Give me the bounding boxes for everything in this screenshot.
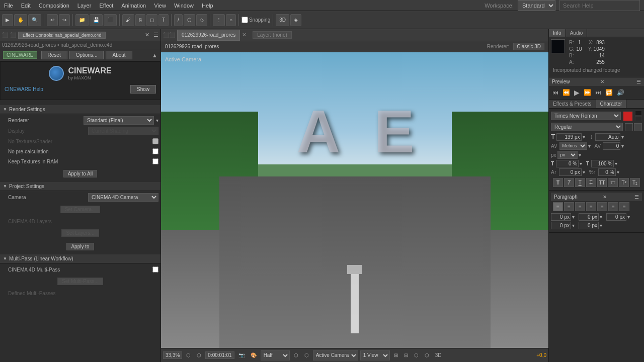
audio-tab[interactable]: Audio [566,29,588,37]
color-fill[interactable] [635,116,642,121]
typo-underline[interactable]: T [575,178,585,187]
effects-presets-tab[interactable]: Effects & Presets [549,100,596,108]
indent-first-arrow[interactable]: ▾ [627,214,630,220]
align-left[interactable]: ≡ [553,202,563,211]
baseline-arrow[interactable]: ▾ [583,169,585,175]
style-color2[interactable] [634,123,642,131]
search-input[interactable] [559,0,640,11]
indent-right[interactable]: 0 px [579,213,599,221]
apply-to-all-button[interactable]: Apply to All [63,170,97,177]
vp-guides[interactable]: ⊟ [402,352,410,358]
paragraph-menu[interactable]: ☰ [634,194,639,200]
space-after-arrow[interactable]: ▾ [600,223,602,228]
menu-layer[interactable]: Layer [73,2,96,10]
px-arrow[interactable]: ▾ [579,152,581,158]
about-button[interactable]: About [106,51,132,59]
view-select[interactable]: 1 View 2 Views 4 Views [360,350,390,360]
scale-h-display[interactable]: 0 % [556,160,579,167]
vp-snapshot[interactable]: ⬡ [195,352,203,358]
space-before-arrow[interactable]: ▾ [572,223,575,228]
no-precalc-checkbox[interactable] [152,148,158,154]
renderer-dropdown[interactable]: ▾ [156,118,158,123]
align-center[interactable]: ≡ [564,202,574,211]
menu-effect[interactable]: Effect [95,2,117,10]
vp-camera[interactable]: 📷 [236,352,247,358]
typo-bold[interactable]: T [553,178,563,187]
reset-button[interactable]: Reset [41,51,67,59]
tool-zoom[interactable]: 🔍 [28,14,41,26]
indent-left-arrow[interactable]: ▾ [572,214,575,220]
preview-first[interactable]: ⏮ [551,88,560,97]
tool-select[interactable]: ▶ [2,14,13,26]
typo-sub[interactable]: T₂ [630,178,640,187]
panel-menu[interactable]: ☰ [153,32,158,38]
preview-unmute[interactable]: 🔊 [615,88,626,97]
panel-close[interactable]: ✕ [145,32,149,38]
vp-toggle1[interactable]: ⬡ [292,352,300,358]
tool-folder[interactable]: 📁 [75,14,89,26]
render-settings-section[interactable]: ▼ Render Settings [0,105,160,114]
typo-italic[interactable]: T [564,178,574,187]
comp-tab-main[interactable]: 012629926-road_prores [177,30,240,41]
tracking-display[interactable]: 0 [603,142,620,150]
display-select[interactable]: Current Shading [88,127,158,135]
tool-roto[interactable]: ○ [226,14,236,26]
left-panel-scroll-up[interactable]: ▲ [152,52,157,58]
preview-play[interactable]: ▶ [573,88,581,97]
scale-h-arrow[interactable]: ▾ [580,161,582,166]
keep-textures-checkbox[interactable] [152,158,158,164]
tool-light[interactable]: ◈ [290,14,301,26]
font-color-red[interactable] [623,111,633,121]
preview-next[interactable]: ⏩ [582,88,593,97]
indent-right-arrow[interactable]: ▾ [600,214,602,220]
tool-redo[interactable]: ↪ [59,14,70,26]
space-after[interactable]: 0 px [579,222,599,229]
tracking-arrow[interactable]: ▾ [621,143,624,149]
font-size-display[interactable]: 139 px [556,133,582,141]
leading-arrow[interactable]: ▾ [621,134,624,140]
tool-hand[interactable]: ✋ [14,14,27,26]
tool-render-queue[interactable]: ⬛ [104,14,117,26]
snapping-checkbox[interactable] [242,17,248,23]
tool-text[interactable]: T [158,14,169,26]
font-select[interactable]: Times New Roman [551,112,621,120]
vp-grid[interactable]: ⊞ [392,352,400,358]
no-textures-checkbox[interactable] [152,138,158,144]
align-right[interactable]: ≡ [575,202,585,211]
effect-controls-tab[interactable]: Effect Controls: nab_special_demo.c4d [18,32,106,39]
color-stroke[interactable] [635,111,642,116]
workspace-select[interactable]: Standard [518,0,555,11]
vp-fit[interactable]: ⬡ [184,352,193,358]
menu-animation[interactable]: Animation [117,2,150,10]
kerning-select[interactable]: Metrics Optical [559,142,587,150]
menu-help[interactable]: Help [198,2,217,10]
scale-v-display[interactable]: 100 % [591,160,614,167]
typo-strikethrough[interactable]: T [586,178,596,187]
set-layers-button[interactable]: Set Layers... [61,229,99,237]
tool-pen[interactable]: / [174,14,183,26]
tsf-arrow[interactable]: ▾ [617,169,619,175]
vp-color[interactable]: 🎨 [249,352,259,358]
set-camera-button[interactable]: Set Camera... [60,206,101,213]
viewport[interactable]: A E Active Camera [161,52,548,348]
vp-safe-zones[interactable]: ⬡ [412,352,421,358]
font-size-arrow[interactable]: ▾ [583,134,585,140]
style-select[interactable]: Regular Bold Italic Bold Italic [551,123,623,131]
menu-file[interactable]: File [0,2,17,10]
vp-overlay[interactable]: ⬡ [423,352,431,358]
tsf-display[interactable]: 0 % [598,168,616,176]
zoom-display[interactable]: 33,3% [163,351,182,359]
tool-mask[interactable]: ⬡ [184,14,195,26]
set-multipass-button[interactable]: Set Multi-Pass... [57,278,103,285]
preview-close[interactable]: ✕ [600,79,604,84]
options-button[interactable]: Options... [69,51,104,59]
align-justify-last-center[interactable]: ≡ [608,202,618,211]
info-tab[interactable]: Info [549,29,566,37]
align-justify-all[interactable]: ≡ [619,202,629,211]
cinema4d-multipass-checkbox[interactable] [152,266,158,273]
camera-select[interactable]: CINEMA 4D Camera [88,193,158,202]
tool-shape[interactable]: ◇ [196,14,207,26]
vp-toggle2[interactable]: ⬡ [302,352,311,358]
menu-view[interactable]: View [150,2,170,10]
typo-super[interactable]: T² [619,178,629,187]
